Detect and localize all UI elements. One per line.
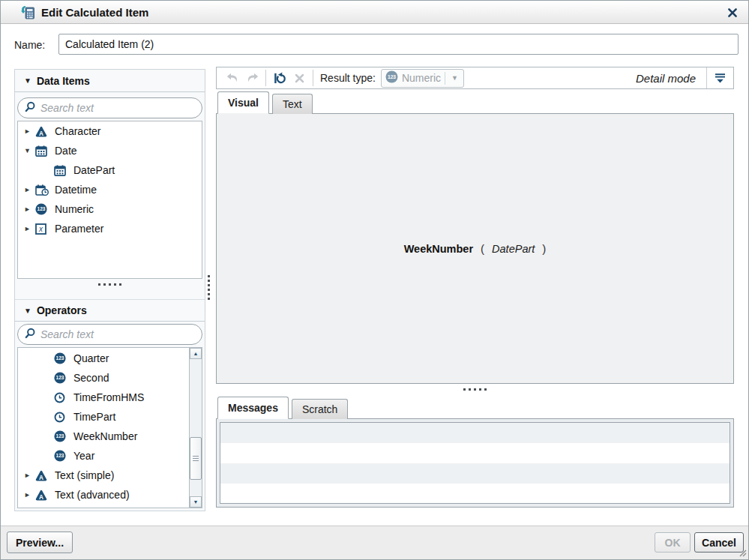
character-icon: A (35, 490, 51, 501)
numeric-icon: 123 (385, 70, 398, 86)
expand-collapsed-icon[interactable]: ► (24, 491, 35, 499)
data-items-section-header[interactable]: ▼ Data Items (15, 70, 205, 92)
tree-item-label: DatePart (70, 164, 115, 176)
collapse-triangle-icon[interactable]: ▼ (24, 76, 31, 85)
scrollbar-track[interactable] (190, 359, 202, 496)
ok-button[interactable]: OK (655, 532, 691, 553)
svg-text:123: 123 (56, 375, 64, 380)
data-items-tree: ► A Character ▼ Date DatePart ► (17, 121, 202, 279)
tree-item-numeric[interactable]: ► 123 Numeric (18, 199, 202, 219)
detail-mode-button[interactable] (706, 67, 733, 88)
svg-text:A: A (39, 130, 43, 136)
detail-mode-label: Detail mode (636, 72, 696, 85)
expression-editor-panel: Result type: 123 Numeric ▼ Detail mode V… (216, 67, 734, 508)
operator-item-label: WeekNumber (70, 430, 137, 442)
tree-item-datetime[interactable]: ► Datetime (18, 180, 202, 199)
search-icon (25, 101, 36, 115)
expand-collapsed-icon[interactable]: ► (24, 205, 35, 213)
tree-item-date[interactable]: ▼ Date (18, 141, 202, 160)
calculated-item-icon (20, 5, 35, 19)
editor-tabs: Visual Text (217, 91, 316, 114)
expression: WeekNumber ( DatePart ) (404, 242, 547, 255)
numeric-icon: 123 (54, 430, 70, 442)
expression-function[interactable]: WeekNumber (404, 243, 473, 255)
expand-expanded-icon[interactable]: ▼ (24, 147, 35, 154)
result-type-label: Result type: (320, 72, 376, 84)
dialog-title: Edit Calculated Item (41, 6, 148, 19)
clock-icon (54, 392, 70, 403)
scroll-up-icon[interactable]: ▲ (190, 348, 202, 359)
scroll-down-icon[interactable]: ▼ (190, 496, 202, 508)
svg-text:123: 123 (388, 74, 396, 79)
expression-argument[interactable]: DatePart (492, 243, 535, 255)
scrollbar-thumb[interactable] (190, 437, 202, 480)
data-items-resize-handle[interactable] (15, 283, 205, 286)
tab-scratch[interactable]: Scratch (292, 399, 348, 419)
cancel-button[interactable]: Cancel (694, 532, 744, 553)
close-paren: ) (542, 242, 546, 255)
undo-icon[interactable] (223, 67, 242, 88)
result-type-dropdown[interactable]: 123 Numeric ▼ (381, 69, 464, 88)
tree-item-label: Character (51, 125, 100, 137)
chevron-down-icon[interactable]: ▼ (449, 74, 460, 82)
expression-canvas[interactable]: WeekNumber ( DatePart ) (216, 113, 734, 384)
operators-title: Operators (37, 304, 87, 316)
operators-section-header[interactable]: ▼ Operators (15, 299, 205, 322)
data-items-search (17, 97, 202, 118)
tree-item-parameter[interactable]: ► x Parameter (18, 219, 202, 238)
reset-icon[interactable] (270, 67, 289, 88)
delete-icon[interactable] (289, 67, 309, 88)
collapse-triangle-icon[interactable]: ▼ (24, 307, 31, 315)
search-icon (25, 328, 36, 342)
open-paren: ( (481, 242, 484, 255)
expand-collapsed-icon[interactable]: ► (24, 225, 35, 232)
datetime-icon (35, 184, 51, 196)
dialog-titlebar: Edit Calculated Item (1, 1, 748, 24)
expand-collapsed-icon[interactable]: ► (24, 186, 35, 193)
tree-item-datepart[interactable]: DatePart (18, 160, 202, 180)
name-input[interactable] (58, 34, 739, 55)
operator-item-year[interactable]: 123 Year (18, 446, 189, 466)
svg-text:123: 123 (56, 453, 64, 458)
close-icon[interactable] (727, 7, 739, 19)
operator-item-label: TimeFromHMS (70, 391, 144, 403)
panel-splitter[interactable] (208, 275, 210, 300)
data-items-search-input[interactable] (40, 102, 195, 114)
preview-button[interactable]: Preview... (7, 532, 73, 553)
operator-item-second[interactable]: 123 Second (18, 368, 189, 388)
expand-collapsed-icon[interactable]: ► (24, 127, 35, 135)
messages-list (220, 422, 730, 504)
operators-scrollbar[interactable]: ▲ ▼ (189, 348, 202, 508)
operator-group-text-advanced[interactable]: ► A Text (advanced) (18, 485, 189, 505)
operators-search-input[interactable] (40, 328, 195, 340)
svg-text:A: A (39, 493, 43, 500)
numeric-icon: 123 (54, 372, 70, 384)
canvas-resize-handle[interactable] (216, 388, 734, 391)
operator-item-quarter[interactable]: 123 Quarter (18, 349, 189, 368)
operator-item-label: TimePart (70, 411, 115, 423)
character-icon: A (35, 470, 51, 481)
data-items-title: Data Items (37, 75, 90, 87)
operator-item-timefromhms[interactable]: TimeFromHMS (18, 388, 189, 407)
numeric-icon: 123 (54, 352, 70, 364)
tab-visual[interactable]: Visual (217, 91, 269, 114)
tree-item-character[interactable]: ► A Character (18, 121, 202, 141)
operator-group-text-simple[interactable]: ► A Text (simple) (18, 466, 189, 485)
redo-icon[interactable] (242, 67, 262, 88)
left-panel: ▼ Data Items ► A Character ▼ Dat (14, 69, 205, 511)
date-icon (54, 165, 70, 176)
expand-collapsed-icon[interactable]: ► (24, 472, 35, 479)
operator-item-label: Second (70, 372, 109, 384)
resize-grip[interactable] (738, 547, 747, 560)
operators-search (17, 324, 202, 345)
operator-item-timepart[interactable]: TimePart (18, 407, 189, 427)
svg-text:123: 123 (37, 206, 46, 211)
operator-item-label: Quarter (70, 352, 109, 364)
operator-item-weeknumber[interactable]: 123 WeekNumber (18, 427, 189, 446)
tab-text[interactable]: Text (272, 94, 313, 114)
operator-item-label: Year (70, 450, 94, 462)
svg-text:A: A (39, 474, 43, 481)
operators-list: 123 Quarter 123 Second TimeFromHMS TimeP… (17, 347, 202, 508)
editor-toolbar: Result type: 123 Numeric ▼ Detail mode (216, 67, 734, 89)
tab-messages[interactable]: Messages (217, 397, 289, 419)
